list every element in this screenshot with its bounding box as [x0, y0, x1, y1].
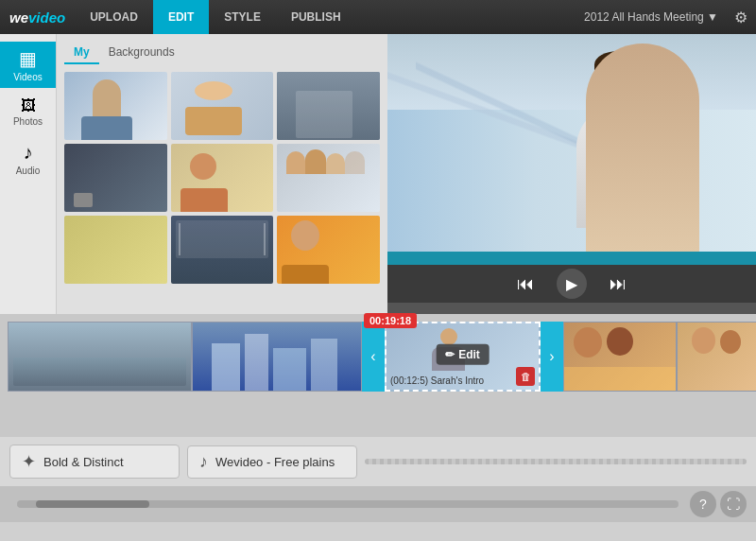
- main-area: ▦ Videos 🖼 Photos ♪ Audio My Backgrounds: [0, 34, 756, 314]
- forward-button[interactable]: ⏭: [610, 274, 627, 294]
- music-strip-item[interactable]: ♪ Wevideo - Free plains: [187, 445, 357, 479]
- music-label: Wevideo - Free plains: [215, 455, 335, 469]
- tab-backgrounds[interactable]: Backgrounds: [99, 42, 184, 64]
- audio-icon: ♪: [24, 142, 33, 164]
- play-button[interactable]: ▶: [557, 269, 587, 299]
- sidebar-item-videos[interactable]: ▦ Videos: [0, 42, 56, 88]
- preview-panel: ⏮ ▶ ⏭: [387, 34, 756, 314]
- photos-icon: 🖼: [21, 97, 36, 114]
- project-name[interactable]: 2012 All Hands Meeting ▼: [584, 10, 726, 24]
- media-thumb-8[interactable]: [171, 216, 274, 284]
- preview-overlay: [387, 252, 756, 265]
- person-hair: [594, 51, 644, 78]
- preview-video: [387, 34, 756, 252]
- nav-publish[interactable]: PUBLISH: [276, 0, 356, 34]
- theme-strip-item[interactable]: ✦ Bold & Distinct: [9, 445, 180, 479]
- sidebar: ▦ Videos 🖼 Photos ♪ Audio: [0, 34, 57, 314]
- media-thumb-5[interactable]: [171, 144, 274, 212]
- timeline-clip-5[interactable]: [677, 322, 756, 392]
- timeline-nav-right[interactable]: ›: [541, 322, 563, 392]
- nav-upload[interactable]: UPLOAD: [75, 0, 153, 34]
- sidebar-label-photos: Photos: [13, 116, 43, 127]
- sidebar-label-videos: Videos: [13, 72, 42, 82]
- bottom-strip: ✦ Bold & Distinct ♪ Wevideo - Free plain…: [0, 437, 756, 486]
- tab-my[interactable]: My: [64, 42, 99, 64]
- person-body: [576, 105, 662, 228]
- scrollbar-thumb[interactable]: [36, 500, 149, 508]
- settings-icon[interactable]: ⚙: [726, 0, 756, 34]
- nav-style[interactable]: STYLE: [209, 0, 276, 34]
- scrollbar-track[interactable]: [17, 500, 679, 508]
- media-thumb-3[interactable]: [277, 72, 380, 140]
- preview-person: [558, 44, 680, 252]
- person-head: [595, 53, 643, 105]
- media-thumb-7[interactable]: [64, 216, 167, 284]
- fullscreen-button[interactable]: ⛶: [720, 491, 747, 517]
- clip-delete-button[interactable]: 🗑: [516, 367, 535, 386]
- edit-overlay: ✏ Edit: [436, 344, 490, 365]
- timeline-clip-2[interactable]: [192, 322, 362, 392]
- videos-icon: ▦: [19, 47, 37, 70]
- edit-label: Edit: [458, 348, 480, 361]
- media-tabs: My Backgrounds: [64, 42, 380, 64]
- top-navigation: wevideo UPLOAD EDIT STYLE PUBLISH 2012 A…: [0, 0, 756, 34]
- music-icon: ♪: [199, 452, 208, 472]
- nav-edit[interactable]: EDIT: [153, 0, 209, 34]
- media-thumb-6[interactable]: [277, 144, 380, 212]
- media-thumb-9[interactable]: [277, 216, 380, 284]
- help-button[interactable]: ?: [690, 491, 716, 517]
- sidebar-label-audio: Audio: [16, 166, 41, 176]
- timeline-clip-edit[interactable]: ✏ Edit (00:12:5) Sarah's Intro 🗑: [385, 322, 541, 392]
- timeline-clip-1[interactable]: [8, 322, 192, 392]
- media-panel: My Backgrounds: [57, 34, 387, 314]
- timecode-badge: 00:19:18: [364, 313, 417, 328]
- preview-controls: ⏮ ▶ ⏭: [387, 265, 756, 303]
- media-thumb-1[interactable]: [64, 72, 167, 140]
- clip-label-sarah: (00:12:5) Sarah's Intro: [390, 375, 516, 386]
- app-logo: wevideo: [0, 8, 75, 27]
- media-thumb-2[interactable]: [171, 72, 274, 140]
- edit-pencil-icon: ✏: [445, 348, 455, 361]
- theme-label: Bold & Distinct: [43, 455, 124, 469]
- sidebar-item-audio[interactable]: ♪ Audio: [0, 136, 56, 182]
- theme-icon: ✦: [22, 451, 36, 472]
- timeline-nav-left[interactable]: ‹: [362, 322, 385, 392]
- sidebar-item-photos[interactable]: 🖼 Photos: [0, 92, 56, 132]
- timeline-area: 00:19:18 ‹: [0, 314, 756, 437]
- person-jacket: [576, 114, 662, 228]
- strip-line: [365, 459, 747, 464]
- media-grid: [64, 72, 380, 284]
- media-thumb-4[interactable]: [64, 144, 167, 212]
- rewind-button[interactable]: ⏮: [517, 274, 534, 294]
- timeline-clip-4[interactable]: [563, 322, 677, 392]
- footer-bar: ? ⛶: [0, 486, 756, 522]
